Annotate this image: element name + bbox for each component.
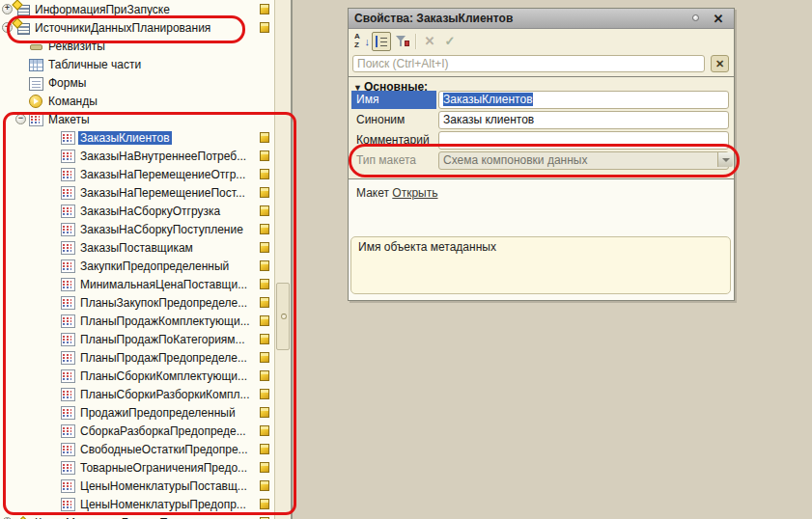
supplier-object-cube-icon [260,297,269,308]
property-label-synonym[interactable]: Синоним [351,111,436,129]
tree-item[interactable]: ПланыСборкиКомплектующи... [0,367,274,385]
tree-item-label: ЗакупкиПредопределенный [78,260,231,273]
synonym-field[interactable]: Заказы клиентов [438,111,729,129]
tree-item[interactable]: ЗаказыКлиентов [0,128,274,147]
search-row: ✕ [349,53,734,75]
tree-item-label: ИнформацияПриЗапуске [33,3,172,16]
tree-item-label: СвободныеОстаткиПредопре... [78,443,250,456]
property-label-comment[interactable]: Комментарий [351,131,436,150]
properties-window: Свойства: ЗаказыКлиентов ✕ A Z ↓ ✕ ✓ ✕ ▼… [348,8,735,301]
layout-icon [61,351,74,364]
tree-item[interactable]: ЗаказыНаСборкуПоступление [0,220,274,238]
layout-icon [61,369,74,382]
tree-item[interactable]: Реквизиты [0,37,274,55]
tree-item[interactable]: Команды [0,92,274,110]
search-clear-icon[interactable]: ✕ [711,55,729,72]
comment-field[interactable] [438,131,729,150]
supplier-object-cube-icon [260,499,269,509]
layout-icon [61,314,74,327]
tree-item[interactable]: ПланыПродажКомплектующи... [0,312,274,330]
tree-item[interactable]: ПланыСборкиРазборкиКомпл... [0,385,274,403]
tree-item[interactable]: ПродажиПредопределенный [0,403,274,422]
property-label-name[interactable]: Имя [351,91,436,109]
tree-item[interactable]: ЗаказыНаВнутреннееПотреб... [0,147,274,165]
close-icon[interactable]: ✕ [711,9,726,29]
tree-item[interactable]: ЦеныНоменклатурыПредопр... [0,495,274,513]
form-icon [29,76,42,89]
expand-icon[interactable]: + [2,4,13,14]
cancel-icon[interactable]: ✕ [420,32,439,51]
supplier-object-cube-icon [260,132,269,143]
search-input[interactable] [352,55,705,72]
properties-lower-area: Макет Открыть Имя объекта метаданных [349,179,734,300]
pin-icon[interactable] [692,14,699,21]
tree-item[interactable]: ЗаказыНаПеремещениеПост... [0,183,274,202]
tree-item-label: ЗаказыНаПеремещениеОтгр... [78,168,247,181]
tree-item-label: ЗаказыПоставщикам [78,241,195,255]
apply-icon[interactable]: ✓ [440,32,460,51]
supplier-object-cube-icon [260,150,269,161]
tree-item[interactable]: −ИсточникиДанныхПланирования [0,18,274,37]
tree-item[interactable]: ПланыПродажПоКатегориям... [0,330,274,348]
toolbar-separator [415,34,417,49]
name-field[interactable]: ЗаказыКлиентов [438,91,729,109]
layout-icon [61,461,74,474]
tree-item[interactable]: ПланыПродажПредопределе... [0,348,274,367]
supplier-object-cube-icon [260,187,269,198]
tree-item-label: ЗаказыКлиентов [78,131,172,145]
tree-item[interactable]: ТоварныеОграниченияПредо... [0,458,274,477]
tree-item[interactable]: ПланыЗакупокПредопределе... [0,293,274,312]
tree-item[interactable]: +КартаМаршрутаБизнесПроцесса [0,513,274,519]
collapse-icon[interactable]: − [2,22,13,33]
collapse-icon[interactable]: − [15,114,26,124]
tree-scrollbar[interactable] [274,0,291,519]
tree-item[interactable]: ЗаказыНаПеремещениеОтгр... [0,165,274,183]
tree-item-label: ЦеныНоменклатурыПредопр... [78,498,248,511]
property-label-layout-type: Тип макета [351,151,436,170]
layout-open-row: Макет Открыть [356,186,437,200]
supplier-object-cube-icon [260,4,269,14]
tree-scrollbar-thumb[interactable] [276,283,290,350]
tree-item[interactable]: +ИнформацияПриЗапуске [0,0,274,18]
supplier-object-cube-icon [260,169,269,179]
supplier-object-cube-icon [260,389,269,399]
supplier-object-cube-icon [260,462,269,473]
tree-item-label: ПланыЗакупокПредопределе... [78,296,249,310]
supplier-object-cube-icon [260,315,269,326]
supplier-object-cube-icon [260,224,269,234]
tree-item-label: МинимальнаяЦенаПоставщи... [78,278,249,291]
combo-dropdown-icon[interactable] [717,152,733,167]
tree-item[interactable]: ЗакупкиПредопределенный [0,257,274,275]
tree-item[interactable]: ЗаказыНаСборкуОтгрузка [0,202,274,220]
layout-icon [61,498,74,510]
tree-item[interactable]: −Макеты [0,110,274,128]
tree-item-label: ЗаказыНаСборкуОтгрузка [78,205,222,218]
tree-item[interactable]: СвободныеОстаткиПредопре... [0,440,274,458]
table-icon [29,58,42,70]
layout-type-combo[interactable]: Схема компоновки данных [438,151,729,170]
tree-item[interactable]: Формы [0,73,274,92]
layout-icon [61,205,74,217]
tree-item[interactable]: СборкаРазборкаПредопреде... [0,422,274,440]
tree-item-label: СборкаРазборкаПредопреде... [78,424,248,438]
supplier-object-cube-icon [260,260,269,271]
properties-window-title: Свойства: ЗаказыКлиентов [354,12,513,25]
datasource-icon [15,3,29,15]
supplier-object-cube-icon [260,444,269,454]
tree-item[interactable]: Табличные части [0,55,274,73]
supplier-object-cube-icon [260,22,269,33]
layout-icon [61,168,74,180]
metadata-tree: +ИнформацияПриЗапуске−ИсточникиДанныхПла… [0,0,274,519]
tree-item-label: ПланыПродажПредопределе... [78,351,249,365]
layout-icon [61,333,74,345]
display-by-categories-icon[interactable] [372,32,391,51]
tree-item[interactable]: МинимальнаяЦенаПоставщи... [0,275,274,293]
layout-row-label: Макет [356,186,389,200]
sort-alphabetical-icon[interactable]: A Z ↓ [351,32,371,51]
tree-item[interactable]: ЦеныНоменклатурыПоставщ... [0,477,274,495]
settings-icon[interactable] [392,32,411,51]
tree-item[interactable]: ЗаказыПоставщикам [0,238,274,257]
property-row-name: Имя ЗаказыКлиентов [349,91,734,110]
tree-item-label: ЗаказыНаВнутреннееПотреб... [78,150,248,163]
open-layout-link[interactable]: Открыть [392,186,437,200]
